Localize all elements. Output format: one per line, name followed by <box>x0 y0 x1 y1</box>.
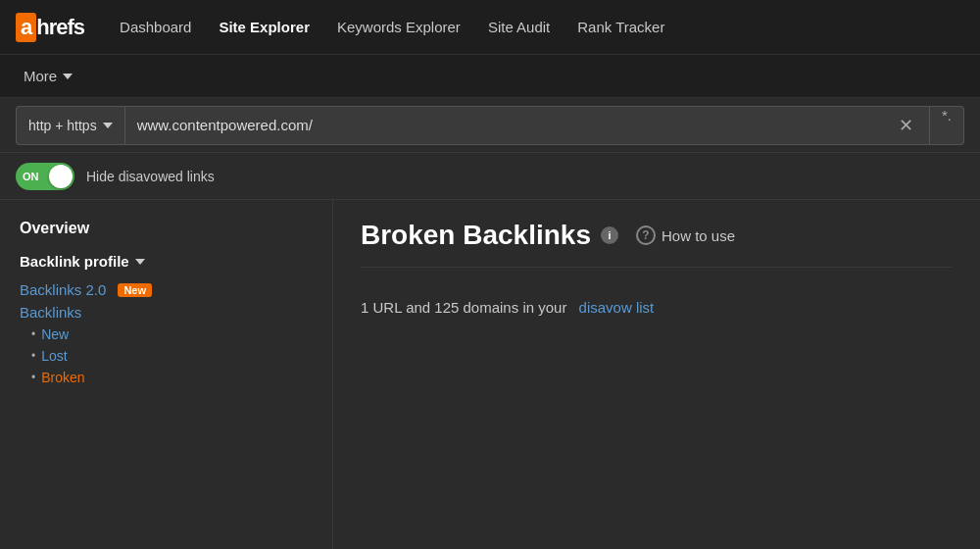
page-header: Broken Backlinks i ? How to use <box>361 220 953 268</box>
sidebar-backlinks[interactable]: Backlinks <box>20 304 313 321</box>
how-to-use-label: How to use <box>662 227 735 244</box>
nav-keywords-explorer[interactable]: Keywords Explorer <box>325 13 472 41</box>
logo-a: a <box>16 13 36 42</box>
sub-lost-label: Lost <box>41 348 67 364</box>
disavow-toggle[interactable]: ON <box>16 163 74 190</box>
question-icon: ? <box>636 225 656 245</box>
sub-new-label: New <box>41 326 69 342</box>
protocol-chevron-icon <box>103 123 113 128</box>
protocol-selector[interactable]: http + https <box>16 106 124 145</box>
sidebar-sub-items: • New • Lost • Broken <box>31 326 313 385</box>
toggle-on-label: ON <box>23 171 39 182</box>
nav-dashboard[interactable]: Dashboard <box>108 13 203 41</box>
nav-site-explorer[interactable]: Site Explorer <box>207 13 321 41</box>
toggle-description: Hide disavowed links <box>86 169 215 184</box>
question-mark: ? <box>642 228 649 242</box>
main-content: Overview Backlink profile Backlinks 2.0 … <box>0 200 980 549</box>
chevron-down-icon <box>63 74 73 79</box>
disavow-prefix: 1 URL and 125 domains in your <box>361 299 566 316</box>
more-label: More <box>24 68 57 84</box>
main-panel: Broken Backlinks i ? How to use 1 URL an… <box>333 200 980 549</box>
nav-site-audit[interactable]: Site Audit <box>476 13 562 41</box>
logo: a hrefs <box>16 13 84 42</box>
protocol-value: http + https <box>28 118 97 133</box>
sidebar-sub-broken[interactable]: • Broken <box>31 370 313 385</box>
disavow-link[interactable]: disavow list <box>579 299 655 316</box>
nav-rank-tracker[interactable]: Rank Tracker <box>565 13 676 41</box>
backlinks-20-label: Backlinks 2.0 <box>20 281 106 298</box>
page-title: Broken Backlinks <box>361 220 591 251</box>
toggle-knob <box>49 165 73 188</box>
url-input[interactable] <box>137 117 895 133</box>
second-nav: More <box>0 55 980 98</box>
sub-broken-label: Broken <box>41 370 84 385</box>
wildcard-label: *. <box>942 107 952 124</box>
top-nav: a hrefs Dashboard Site Explorer Keywords… <box>0 0 980 55</box>
new-badge: New <box>118 283 152 297</box>
clear-button[interactable]: ✕ <box>895 113 917 138</box>
bullet-new: • <box>31 327 35 341</box>
bullet-lost: • <box>31 349 35 363</box>
search-bar: http + https ✕ *. <box>0 98 980 153</box>
disavow-notice: 1 URL and 125 domains in your disavow li… <box>361 287 953 327</box>
toggle-row: ON Hide disavowed links <box>0 153 980 200</box>
wildcard-button[interactable]: *. <box>930 106 964 145</box>
logo-hrefs: hrefs <box>36 15 84 40</box>
sidebar-backlinks-20[interactable]: Backlinks 2.0 New <box>20 281 313 298</box>
sidebar: Overview Backlink profile Backlinks 2.0 … <box>0 200 333 549</box>
how-to-use-button[interactable]: ? How to use <box>636 225 735 245</box>
sidebar-sub-new[interactable]: • New <box>31 326 313 342</box>
more-button[interactable]: More <box>16 64 80 88</box>
backlink-profile-label: Backlink profile <box>20 253 129 270</box>
url-input-container: ✕ <box>124 106 930 145</box>
sidebar-sub-lost[interactable]: • Lost <box>31 348 313 364</box>
bullet-broken: • <box>31 371 35 384</box>
sidebar-backlink-profile[interactable]: Backlink profile <box>20 253 313 270</box>
nav-items: Dashboard Site Explorer Keywords Explore… <box>108 13 964 41</box>
backlink-profile-chevron <box>135 259 145 265</box>
sidebar-overview[interactable]: Overview <box>20 220 313 237</box>
info-icon[interactable]: i <box>601 226 618 244</box>
